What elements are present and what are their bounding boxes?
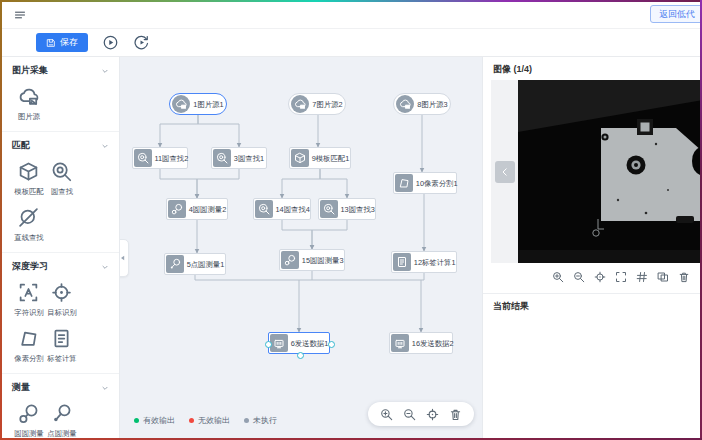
- flow-node-16[interactable]: 16发送数据2: [389, 332, 453, 354]
- prev-image-button[interactable]: [495, 161, 515, 183]
- node-label: 1图片源1: [192, 99, 224, 109]
- cloud-image-icon: [291, 95, 309, 113]
- flow-edge: [282, 220, 312, 249]
- ocr-icon: [18, 282, 39, 303]
- zoom-out-button[interactable]: [403, 408, 416, 421]
- replay-icon: [134, 35, 149, 50]
- tool-sidebar: 图片采集图片源匹配模板匹配圆查找直线查找深度学习字符识别目标识别像素分割标签计算…: [2, 57, 120, 438]
- legend-label: 未执行: [253, 415, 277, 426]
- sidebar-collapse-handle[interactable]: [120, 239, 129, 277]
- sidebar-item-line-find[interactable]: 直线查找: [12, 207, 45, 243]
- compare-icon: [657, 271, 669, 283]
- section-label: 深度学习: [12, 260, 48, 273]
- chevron-down-icon: [101, 142, 109, 150]
- status-legend: 有效输出无效输出未执行: [134, 415, 277, 426]
- fit-button[interactable]: [615, 271, 627, 283]
- node-label: 14圆查找4: [275, 204, 309, 214]
- tool-label: 模板匹配: [14, 186, 43, 196]
- save-button[interactable]: 保存: [36, 33, 88, 52]
- sidebar-item-circle-circle[interactable]: 圆圆测量: [12, 403, 45, 438]
- node-connection-handle[interactable]: [265, 341, 272, 348]
- sidebar-item-doc-calc[interactable]: 标签计算: [45, 328, 78, 364]
- circle-find-icon: [213, 149, 231, 167]
- legend-item: 未执行: [244, 415, 277, 426]
- node-label: 10像素分割1: [416, 178, 458, 188]
- section-header[interactable]: 图片采集: [12, 64, 109, 77]
- flow-node-14[interactable]: 14圆查找4: [253, 198, 311, 220]
- flow-edge: [282, 169, 320, 198]
- legend-dot: [244, 418, 249, 423]
- chevron-down-icon: [101, 67, 109, 75]
- circle-circle-icon: [18, 403, 39, 424]
- flow-node-9[interactable]: 9模板匹配1: [289, 147, 351, 169]
- doc-calc-icon: [393, 253, 411, 271]
- sidebar-item-target[interactable]: 目标识别: [45, 282, 78, 318]
- locate-icon: [426, 408, 439, 421]
- run-loop-button[interactable]: [133, 34, 150, 51]
- sidebar-section: 匹配模板匹配圆查找直线查找: [2, 132, 119, 253]
- section-header[interactable]: 测量: [12, 381, 109, 394]
- flow-node-11[interactable]: 11圆查找2: [132, 147, 188, 169]
- flow-node-4[interactable]: 4圆圆测量2: [166, 198, 228, 220]
- image-nav-strip: [491, 80, 518, 263]
- legend-label: 有效输出: [143, 415, 175, 426]
- target-icon: [51, 282, 72, 303]
- cloud-image-icon: [18, 86, 39, 107]
- section-label: 测量: [12, 381, 30, 394]
- zoom-out-button[interactable]: [573, 271, 585, 283]
- legend-dot: [134, 418, 139, 423]
- main-area: 图片采集图片源匹配模板匹配圆查找直线查找深度学习字符识别目标识别像素分割标签计算…: [2, 57, 700, 438]
- trash-button[interactable]: [678, 271, 690, 283]
- flow-node-15[interactable]: 15圆圆测量3: [279, 249, 345, 271]
- sidebar-section: 测量圆圆测量点圆测量点点测量: [2, 374, 119, 438]
- sidebar-section: 深度学习字符识别目标识别像素分割标签计算: [2, 253, 119, 374]
- zoom-in-button[interactable]: [552, 271, 564, 283]
- menu-icon[interactable]: [14, 9, 26, 21]
- zoom-in-button[interactable]: [380, 408, 393, 421]
- grid-button[interactable]: [636, 271, 648, 283]
- locate-button[interactable]: [426, 408, 439, 421]
- flow-node-3[interactable]: 3圆查找1: [211, 147, 267, 169]
- back-to-lowcode-button[interactable]: 返回低代: [650, 5, 700, 23]
- flow-node-5[interactable]: 5点圆测量1: [164, 253, 226, 275]
- section-header[interactable]: 深度学习: [12, 260, 109, 273]
- flow-node-10[interactable]: 10像素分割1: [393, 172, 457, 194]
- run-button[interactable]: [102, 34, 119, 51]
- point-circle-icon: [51, 403, 72, 424]
- locate-icon: [594, 271, 606, 283]
- results-title: 当前结果: [483, 294, 700, 317]
- flow-edge: [160, 169, 197, 198]
- image-viewer: [491, 80, 700, 263]
- flow-node-1[interactable]: 1图片源1: [169, 93, 227, 115]
- node-label: 16发送数据2: [412, 338, 454, 348]
- sidebar-item-cloud-image[interactable]: 图片源: [12, 86, 45, 122]
- node-connection-handle[interactable]: [297, 352, 304, 359]
- node-connection-handle[interactable]: [328, 341, 335, 348]
- section-header[interactable]: 匹配: [12, 139, 109, 152]
- node-label: 7图片源2: [311, 99, 343, 109]
- canvas-zoom-controls: [368, 402, 474, 426]
- sidebar-item-ocr[interactable]: 字符识别: [12, 282, 45, 318]
- legend-item: 无效输出: [189, 415, 230, 426]
- flow-node-13[interactable]: 13圆查找3: [318, 198, 376, 220]
- zoom-out-icon: [403, 408, 416, 421]
- chevron-down-icon: [101, 384, 109, 392]
- flow-node-8[interactable]: 8图片源3: [393, 93, 451, 115]
- chevron-down-icon: [101, 263, 109, 271]
- compare-button[interactable]: [657, 271, 669, 283]
- cloud-image-icon: [172, 95, 190, 113]
- sidebar-item-point-circle[interactable]: 点圆测量: [45, 403, 78, 438]
- trash-button[interactable]: [449, 408, 462, 421]
- sidebar-item-circle-find[interactable]: 圆查找: [45, 161, 78, 197]
- flow-node-12[interactable]: 12标签计算1: [391, 251, 457, 273]
- flow-canvas[interactable]: 有效输出无效输出未执行 1图片源17图片源28图片源311圆查找23圆查找19模…: [120, 57, 482, 438]
- flow-node-7[interactable]: 7图片源2: [288, 93, 346, 115]
- node-label: 13圆查找3: [340, 204, 374, 214]
- flow-node-6[interactable]: 6发送数据1: [268, 332, 330, 354]
- sidebar-item-cube[interactable]: 模板匹配: [12, 161, 45, 197]
- results-section: 当前结果: [483, 293, 700, 438]
- locate-button[interactable]: [594, 271, 606, 283]
- inspector-panel: 图像 (1/4): [482, 57, 700, 438]
- sidebar-item-segment[interactable]: 像素分割: [12, 328, 45, 364]
- tool-label: 目标识别: [47, 307, 76, 317]
